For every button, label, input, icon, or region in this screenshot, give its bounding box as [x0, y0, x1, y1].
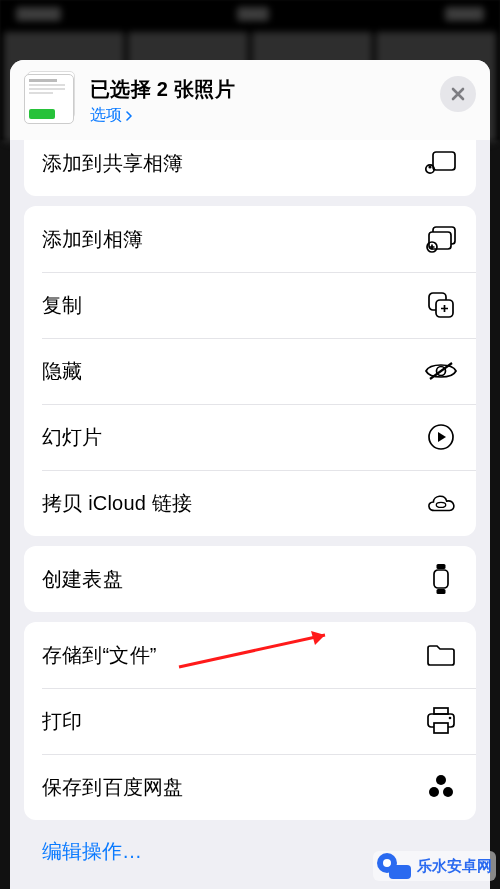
svg-point-20	[443, 787, 453, 797]
action-group-1: 添加到共享相簿	[24, 140, 476, 196]
row-label: 添加到共享相簿	[42, 150, 183, 177]
printer-icon	[424, 706, 458, 736]
row-add-to-album[interactable]: 添加到相簿	[24, 206, 476, 272]
sheet-title: 已选择 2 张照片	[90, 76, 428, 103]
row-label: 添加到相簿	[42, 226, 143, 253]
row-hide[interactable]: 隐藏	[24, 338, 476, 404]
svg-rect-0	[433, 152, 455, 170]
svg-rect-16	[434, 723, 448, 733]
close-button[interactable]	[440, 76, 476, 112]
status-bar: ●●●●●●●●●●●●	[0, 0, 500, 28]
row-baidu-netdisk[interactable]: 保存到百度网盘	[24, 754, 476, 820]
eye-off-icon	[424, 356, 458, 386]
cloud-link-icon	[424, 488, 458, 518]
watermark-logo-icon	[377, 853, 411, 879]
svg-rect-12	[437, 564, 446, 569]
close-icon	[450, 86, 466, 102]
row-slideshow[interactable]: 幻灯片	[24, 404, 476, 470]
shared-album-icon	[424, 148, 458, 178]
row-label: 创建表盘	[42, 566, 123, 593]
action-group-3: 创建表盘	[24, 546, 476, 612]
row-label: 幻灯片	[42, 424, 103, 451]
row-label: 复制	[42, 292, 82, 319]
action-group-4: 存储到“文件” 打印	[24, 622, 476, 820]
row-icloud-link[interactable]: 拷贝 iCloud 链接	[24, 470, 476, 536]
row-print[interactable]: 打印	[24, 688, 476, 754]
row-label: 拷贝 iCloud 链接	[42, 490, 192, 517]
row-watch-face[interactable]: 创建表盘	[24, 546, 476, 612]
options-link[interactable]: 选项	[90, 105, 428, 126]
watermark: 乐水安卓网	[373, 851, 496, 881]
play-circle-icon	[424, 422, 458, 452]
baidu-icon	[424, 772, 458, 802]
row-label: 存储到“文件”	[42, 642, 157, 669]
row-label: 隐藏	[42, 358, 82, 385]
row-label: 保存到百度网盘	[42, 774, 183, 801]
row-copy[interactable]: 复制	[24, 272, 476, 338]
sheet-header: 已选择 2 张照片 选项	[10, 60, 490, 140]
svg-point-17	[449, 717, 452, 720]
album-add-icon	[424, 224, 458, 254]
svg-point-18	[436, 775, 446, 785]
row-add-shared-album[interactable]: 添加到共享相簿	[24, 140, 476, 196]
copy-icon	[424, 290, 458, 320]
svg-rect-11	[434, 570, 448, 588]
row-label: 打印	[42, 708, 82, 735]
svg-point-19	[429, 787, 439, 797]
folder-icon	[424, 640, 458, 670]
share-sheet: 已选择 2 张照片 选项 添加到共享相簿	[10, 60, 490, 889]
chevron-right-icon	[124, 111, 134, 121]
svg-point-10	[436, 502, 445, 507]
watch-icon	[424, 564, 458, 594]
actions-scroll[interactable]: 添加到共享相簿 添加到相簿	[10, 140, 490, 889]
selected-thumbnails	[24, 74, 78, 128]
watermark-text: 乐水安卓网	[417, 857, 492, 876]
action-group-2: 添加到相簿 复制	[24, 206, 476, 536]
row-save-to-files[interactable]: 存储到“文件”	[24, 622, 476, 688]
svg-rect-13	[437, 589, 446, 594]
svg-rect-14	[434, 708, 448, 714]
svg-point-2	[428, 165, 431, 168]
